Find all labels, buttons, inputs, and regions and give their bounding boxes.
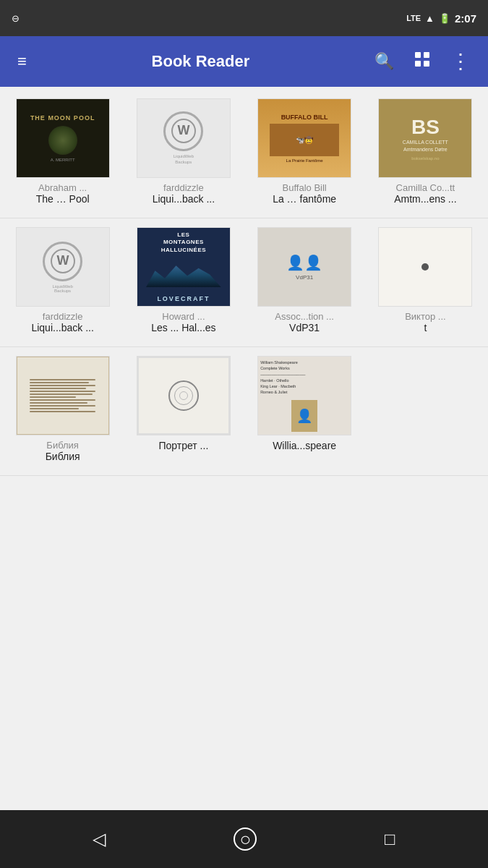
book-item-bibliya[interactable]: Библия Библия — [3, 350, 122, 469]
book-item-assoc[interactable]: 👤👤 VdP31 Assoc...tion ... VdP31 — [245, 221, 364, 341]
app-bar: ≡ Book Reader 🔍 ⋮ — [0, 36, 488, 87]
book-item-farddizzle2[interactable]: W LiquidWebBackups farddizzle Liqui...ba… — [3, 221, 122, 341]
book-author-farddizzle1: farddizzle — [137, 182, 231, 193]
book-title-buffalo-bill: La … fantôme — [257, 193, 351, 205]
svg-rect-1 — [424, 52, 429, 58]
book-cover-bibliya — [16, 356, 110, 435]
battery-icon: 🔋 — [439, 13, 450, 24]
book-grid-row3: Библия Библия Портрет ... William Shakes… — [0, 347, 488, 475]
grid-view-button[interactable] — [408, 46, 436, 77]
book-item-howard[interactable]: LESMONTAGNESHALLUCINÉES LOVECRAFT Howard… — [124, 221, 243, 341]
book-author-howard: Howard ... — [137, 311, 231, 322]
more-options-button[interactable]: ⋮ — [445, 46, 476, 77]
book-cover-shakespeare: William ShakespeareComplete Works───────… — [257, 356, 351, 435]
svg-text:W: W — [177, 123, 189, 137]
book-author-bibliya: Библия — [16, 440, 110, 451]
book-author-buffalo-bill: Buffalo Bill — [257, 182, 351, 193]
book-cover-abraham: THE MOON POOL A. MERRITT — [16, 98, 110, 178]
book-title-shakespeare: Willia...speare — [257, 440, 351, 451]
book-cover-viktor — [378, 227, 472, 307]
book-title-abraham: The … Pool — [16, 193, 110, 205]
book-title-bibliya: Библия — [16, 451, 110, 462]
lte-icon: LTE — [406, 14, 421, 22]
app-title: Book Reader — [41, 52, 360, 71]
bottom-nav: ◁ ○ □ — [0, 810, 488, 868]
book-grid-row2: W LiquidWebBackups farddizzle Liqui...ba… — [0, 218, 488, 346]
empty-area — [0, 476, 488, 657]
book-item-shakespeare[interactable]: William ShakespeareComplete Works───────… — [245, 350, 364, 469]
book-cover-camilla: BS CAMILLA COLLETTAmtmandens Døtre bokse… — [378, 98, 472, 178]
search-button[interactable]: 🔍 — [369, 46, 400, 77]
book-title-howard: Les ... Hal...es — [137, 322, 231, 333]
moon-glow — [48, 126, 77, 155]
svg-text:W: W — [56, 253, 69, 268]
signal-icon: ▲ — [425, 13, 435, 24]
book-author-farddizzle2: farddizzle — [16, 311, 110, 322]
book-cover-howard: LESMONTAGNESHALLUCINÉES LOVECRAFT — [137, 227, 231, 307]
book-title-farddizzle2: Liqui...back ... — [16, 322, 110, 333]
book-cover-portret — [137, 356, 231, 435]
book-item-portret[interactable]: Портрет ... — [124, 350, 243, 469]
book-author-viktor: Виктор ... — [378, 311, 472, 322]
recents-button[interactable]: □ — [385, 829, 395, 849]
book-title-camilla: Amtm...ens ... — [378, 193, 472, 205]
book-author-abraham: Abraham ... — [16, 182, 110, 193]
back-button[interactable]: ◁ — [93, 829, 106, 849]
book-title-farddizzle1: Liqui...back ... — [137, 193, 231, 205]
svg-rect-3 — [424, 61, 429, 67]
book-title-viktor: t — [378, 322, 472, 333]
book-item-buffalo-bill[interactable]: BUFFALO BILL 🐄🤠 La Prairie Fantôme Buffa… — [245, 93, 364, 212]
svg-rect-0 — [415, 52, 421, 58]
notification-icon: ⊖ — [12, 13, 20, 24]
book-cover-buffalo-bill: BUFFALO BILL 🐄🤠 La Prairie Fantôme — [257, 98, 351, 178]
book-cover-farddizzle2: W LiquidWebBackups — [16, 227, 110, 307]
book-title-portret: Портрет ... — [137, 440, 231, 451]
book-item-abraham[interactable]: THE MOON POOL A. MERRITT Abraham ... The… — [3, 93, 122, 212]
book-grid: THE MOON POOL A. MERRITT Abraham ... The… — [0, 87, 488, 218]
book-item-farddizzle1[interactable]: W LiquidWebBackups farddizzle Liqui...ba… — [124, 93, 243, 212]
book-item-camilla[interactable]: BS CAMILLA COLLETTAmtmandens Døtre bokse… — [366, 93, 485, 212]
book-author-assoc: Assoc...tion ... — [257, 311, 351, 322]
home-button[interactable]: ○ — [234, 827, 257, 851]
book-item-viktor[interactable]: Виктор ... t — [366, 221, 485, 341]
status-bar: ⊖ LTE ▲ 🔋 2:07 — [0, 0, 488, 36]
book-cover-assoc: 👤👤 VdP31 — [257, 227, 351, 307]
clock: 2:07 — [455, 12, 476, 25]
book-title-assoc: VdP31 — [257, 322, 351, 333]
svg-rect-2 — [415, 61, 421, 67]
status-right: LTE ▲ 🔋 2:07 — [406, 12, 476, 25]
menu-button[interactable]: ≡ — [12, 46, 33, 77]
book-author-camilla: Camilla Co...tt — [378, 182, 472, 193]
book-cover-farddizzle1: W LiquidWebBackups — [137, 98, 231, 178]
